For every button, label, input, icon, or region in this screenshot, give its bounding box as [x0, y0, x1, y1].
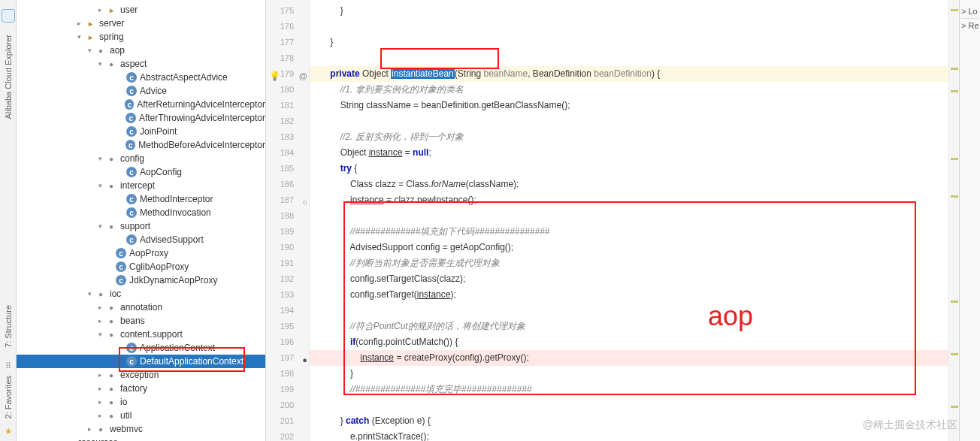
folder-spring[interactable]: ▾▸spring	[17, 30, 265, 44]
line-number[interactable]: 177	[266, 35, 309, 50]
pkg-ioc[interactable]: ▾●ioc	[17, 287, 265, 301]
class-jdk-dynamic-aop-proxy[interactable]: cJdkDynamicAopProxy	[17, 273, 265, 287]
code-line[interactable]: config.setTargetClass(clazz);	[310, 271, 948, 287]
line-number[interactable]: 179💡@	[266, 66, 309, 82]
code-line[interactable]: Class clazz = Class.forName(className);	[310, 177, 948, 192]
class-method-interceptor[interactable]: cMethodInterceptor	[17, 192, 265, 206]
class-joinpoint[interactable]: cJoinPoint	[17, 125, 265, 138]
code-line[interactable]: String className = beanDefinition.getBea…	[310, 98, 948, 113]
code-line[interactable]: if(config.pointCutMatch()) {	[310, 334, 948, 350]
line-number[interactable]: 195	[266, 319, 309, 334]
structure-label[interactable]: 7: Structure	[4, 305, 13, 348]
right-panel[interactable]: > Lo > Re	[959, 0, 980, 441]
line-number[interactable]: 193	[266, 287, 309, 303]
tree-arrow[interactable]: ▸	[95, 6, 105, 14]
line-number[interactable]: 180	[266, 82, 309, 98]
code-line[interactable]: //2. 反射实例化，得到一个对象	[310, 129, 948, 145]
code-line[interactable]: //判断当前对象是否需要生成代理对象	[310, 255, 948, 271]
class-cglib-aop-proxy[interactable]: cCglibAopProxy	[17, 260, 265, 273]
tree-arrow[interactable]: ▾	[95, 331, 105, 338]
class-default-application-context[interactable]: cDefaultApplicationContext	[17, 355, 265, 368]
line-number[interactable]: 198	[266, 366, 309, 382]
class-advice[interactable]: cAdvice	[17, 84, 265, 98]
favorites-label[interactable]: 2: Favorites	[4, 376, 13, 418]
line-number[interactable]: 178	[266, 50, 309, 66]
cloud-icon[interactable]	[2, 9, 15, 23]
project-tree[interactable]: ▸▸user▸▸server▾▸spring▾●aop▾●aspectcAbst…	[17, 0, 266, 441]
pkg-aspect[interactable]: ▾●aspect	[17, 57, 265, 71]
tree-arrow[interactable]: ▾	[84, 47, 95, 54]
line-number[interactable]: 199	[266, 382, 309, 397]
pkg-util[interactable]: ▸●util	[17, 409, 265, 422]
line-number[interactable]: 197●	[266, 350, 309, 366]
code-line[interactable]: //#############填充如下代码###############	[310, 224, 948, 240]
tree-arrow[interactable]: ▸	[95, 412, 105, 419]
line-number[interactable]: 181	[266, 98, 309, 113]
code-line[interactable]: }	[310, 35, 948, 50]
tree-arrow[interactable]: ▾	[95, 155, 105, 162]
code-area[interactable]: } } private Object instantiateBean(Strin…	[310, 0, 948, 441]
line-number[interactable]: 184	[266, 145, 309, 161]
line-number[interactable]: 186	[266, 177, 309, 192]
class-method-invocation[interactable]: cMethodInvocation	[17, 206, 265, 219]
code-line[interactable]: //1. 拿到要实例化的对象的类名	[310, 82, 948, 98]
line-number[interactable]: 187○	[266, 192, 309, 208]
line-number[interactable]: 196	[266, 334, 309, 350]
pkg-io[interactable]: ▸●io	[17, 395, 265, 409]
code-line[interactable]	[310, 19, 948, 35]
class-after-throwing-advice-interceptor[interactable]: cAfterThrowingAdviceInterceptor	[17, 111, 265, 125]
gutter[interactable]: 175176177178179💡@18018118218318418518618…	[266, 0, 310, 441]
code-line[interactable]: }	[310, 3, 948, 19]
breakpoint-icon[interactable]: ●	[297, 352, 307, 363]
method-signature-line[interactable]: private Object instantiateBean(String be…	[310, 66, 948, 82]
pkg-support[interactable]: ▾●support	[17, 219, 265, 233]
line-number[interactable]: 189	[266, 224, 309, 240]
class-advised-support[interactable]: cAdvisedSupport	[17, 233, 265, 246]
pkg-factory[interactable]: ▸●factory	[17, 382, 265, 395]
code-line[interactable]	[310, 50, 948, 66]
code-line[interactable]	[310, 303, 948, 319]
class-aop-proxy[interactable]: cAopProxy	[17, 246, 265, 260]
cloud-explorer-label[interactable]: Alibaba Cloud Explorer	[4, 35, 13, 119]
code-line[interactable]: } catch (Exception e) {	[310, 413, 948, 429]
pkg-aop[interactable]: ▾●aop	[17, 44, 265, 57]
line-number[interactable]: 201	[266, 413, 309, 429]
folder-resources[interactable]: ▸▸resources	[17, 436, 265, 441]
line-number[interactable]: 191	[266, 255, 309, 271]
error-stripe[interactable]	[948, 0, 959, 441]
pkg-config[interactable]: ▾●config	[17, 152, 265, 165]
line-number[interactable]: 190	[266, 240, 309, 255]
code-line[interactable]: instance = clazz.newInstance();	[310, 192, 948, 208]
code-line[interactable]: Object instance = null;	[310, 145, 948, 161]
code-line[interactable]: try {	[310, 161, 948, 177]
tree-arrow[interactable]: ▸	[95, 371, 105, 379]
line-number[interactable]: 175	[266, 3, 309, 19]
class-abstract-aspect-advice[interactable]: cAbstractAspectAdvice	[17, 71, 265, 84]
code-line[interactable]: //符合PointCut的规则的话，将创建代理对象	[310, 319, 948, 334]
tree-arrow[interactable]: ▾	[95, 222, 105, 230]
code-line[interactable]	[310, 208, 948, 224]
pkg-annotation[interactable]: ▸●annotation	[17, 301, 265, 314]
folder-user[interactable]: ▸▸user	[17, 3, 265, 17]
tree-arrow[interactable]: ▾	[74, 33, 84, 41]
line-number[interactable]: 183	[266, 129, 309, 145]
class-aopconfig[interactable]: cAopConfig	[17, 165, 265, 179]
line-number[interactable]: 185	[266, 161, 309, 177]
override-icon[interactable]: ○	[297, 195, 307, 205]
right-panel-item-1[interactable]: > Lo	[961, 7, 978, 19]
tree-arrow[interactable]: ▸	[95, 385, 105, 392]
pkg-beans[interactable]: ▸●beans	[17, 314, 265, 328]
class-application-context[interactable]: cApplicationContext	[17, 341, 265, 355]
code-line[interactable]: config.setTarget(instance);	[310, 287, 948, 303]
code-line[interactable]: }	[310, 366, 948, 382]
pkg-exception[interactable]: ▸●exception	[17, 368, 265, 382]
line-number[interactable]: 182	[266, 113, 309, 129]
tree-arrow[interactable]: ▸	[95, 398, 105, 406]
line-number[interactable]: 194	[266, 303, 309, 319]
folder-server[interactable]: ▸▸server	[17, 17, 265, 30]
tree-arrow[interactable]: ▾	[95, 60, 105, 68]
code-line[interactable]	[310, 397, 948, 413]
tree-arrow[interactable]: ▾	[84, 290, 95, 298]
line-number[interactable]: 200	[266, 397, 309, 413]
pkg-content-support[interactable]: ▾●content.support	[17, 328, 265, 341]
